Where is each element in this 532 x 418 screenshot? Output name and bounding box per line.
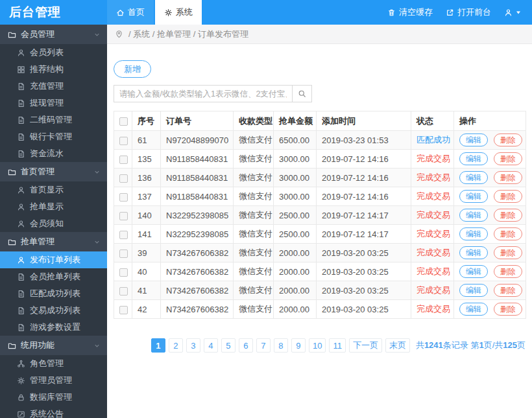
edit-button[interactable]: 编辑 <box>459 209 488 222</box>
delete-button[interactable]: 删除 <box>494 303 522 316</box>
status-badge: 完成交易 <box>417 191 450 201</box>
row-checkbox[interactable] <box>119 287 128 296</box>
sidebar-item[interactable]: 系统公告 <box>0 406 107 418</box>
cell-pay-type: 微信支付 <box>234 206 274 225</box>
page-button-9[interactable]: 9 <box>291 338 306 353</box>
lock-icon <box>17 393 25 402</box>
sidebar-item-label: 系统公告 <box>30 408 64 418</box>
page-button-1[interactable]: 1 <box>151 338 165 353</box>
row-checkbox[interactable] <box>119 250 128 258</box>
page-button-3[interactable]: 3 <box>186 338 200 353</box>
page-button-11[interactable]: 11 <box>329 338 346 353</box>
delete-button[interactable]: 删除 <box>494 209 522 222</box>
row-checkbox[interactable] <box>119 231 128 239</box>
sidebar-item[interactable]: 二维码管理 <box>0 111 107 128</box>
topbar-actions: 清空缓存 打开前台 <box>387 0 532 25</box>
row-checkbox[interactable] <box>119 174 128 183</box>
cell-seq: 136 <box>132 168 161 187</box>
edit-button[interactable]: 编辑 <box>459 152 488 165</box>
delete-button[interactable]: 删除 <box>494 171 522 184</box>
main-panel: / 系统 / 抢单管理 / 订单发布管理 新增 <box>107 25 532 418</box>
row-checkbox[interactable] <box>119 306 128 314</box>
user-icon <box>17 203 25 211</box>
sidebar-item[interactable]: 游戏参数设置 <box>0 319 107 336</box>
clear-cache-button[interactable]: 清空缓存 <box>387 6 433 18</box>
sidebar-section-header[interactable]: 抢单管理 <box>0 232 107 251</box>
search-input[interactable] <box>114 86 292 102</box>
edit-button[interactable]: 编辑 <box>459 171 488 184</box>
table-row: 39 N734267606382 微信支付 2000.00 2019-03-20… <box>114 244 526 262</box>
next-page-button[interactable]: 下一页 <box>349 338 382 353</box>
sidebar-item[interactable]: 抢单显示 <box>0 198 107 215</box>
sidebar-item[interactable]: 角色管理 <box>0 355 107 372</box>
sidebar-item[interactable]: 银行卡管理 <box>0 128 107 145</box>
edit-button[interactable]: 编辑 <box>459 265 488 278</box>
sidebar-item[interactable]: 匹配成功列表 <box>0 285 107 302</box>
page-button-6[interactable]: 6 <box>239 338 253 353</box>
row-checkbox[interactable] <box>119 137 128 145</box>
sidebar-item-label: 提现管理 <box>30 97 64 109</box>
delete-button[interactable]: 删除 <box>494 190 522 203</box>
last-page-button[interactable]: 末页 <box>385 338 410 353</box>
pagination-summary: 共1241条记录 第1页/共125页 <box>416 340 526 351</box>
page-button-2[interactable]: 2 <box>169 338 183 353</box>
edit-button[interactable]: 编辑 <box>459 134 488 146</box>
status-badge: 匹配成功 <box>417 135 450 145</box>
pin-icon <box>115 30 123 38</box>
sidebar-item[interactable]: 提现管理 <box>0 95 107 111</box>
page-button-10[interactable]: 10 <box>309 338 326 353</box>
cell-pay-type: 微信支付 <box>234 187 274 206</box>
page-button-4[interactable]: 4 <box>204 338 218 353</box>
sidebar-item-label: 管理员管理 <box>30 375 72 386</box>
row-checkbox[interactable] <box>119 156 128 164</box>
edit-button[interactable]: 编辑 <box>459 284 488 297</box>
sidebar-section-header[interactable]: 会员管理 <box>0 25 107 44</box>
sidebar-item[interactable]: 会员抢单列表 <box>0 268 107 285</box>
delete-button[interactable]: 删除 <box>494 246 522 259</box>
sidebar-item[interactable]: 发布订单列表 <box>0 251 107 268</box>
sidebar-item[interactable]: 首页显示 <box>0 181 107 198</box>
sidebar-item[interactable]: 会员列表 <box>0 44 107 61</box>
col-pay-type: 收款类型 <box>234 111 274 131</box>
page-button-8[interactable]: 8 <box>274 338 288 353</box>
table-row: 40 N734267606382 微信支付 2000.00 2019-03-20… <box>114 262 526 281</box>
page-button-7[interactable]: 7 <box>256 338 271 353</box>
tab-home[interactable]: 首页 <box>107 0 154 25</box>
sidebar-item[interactable]: 交易成功列表 <box>0 302 107 319</box>
edit-button[interactable]: 编辑 <box>459 246 488 259</box>
delete-button[interactable]: 删除 <box>494 227 522 240</box>
delete-button[interactable]: 删除 <box>494 284 522 297</box>
row-checkbox[interactable] <box>119 193 128 202</box>
delete-button[interactable]: 删除 <box>494 134 522 146</box>
edit-button[interactable]: 编辑 <box>459 190 488 203</box>
sidebar-item[interactable]: 管理员管理 <box>0 372 107 389</box>
sidebar-item[interactable]: 资金流水 <box>0 145 107 162</box>
sidebar-item[interactable]: 会员须知 <box>0 215 107 232</box>
sidebar-item-label: 二维码管理 <box>30 114 72 126</box>
search-button[interactable] <box>292 86 311 102</box>
delete-button[interactable]: 删除 <box>494 152 522 165</box>
page-button-5[interactable]: 5 <box>221 338 236 353</box>
cell-amount: 3000.00 <box>274 168 317 187</box>
sidebar-section-header[interactable]: 统用功能 <box>0 336 107 355</box>
row-checkbox[interactable] <box>119 268 128 277</box>
sidebar-item[interactable]: 充值管理 <box>0 78 107 95</box>
sidebar-section-header[interactable]: 首页管理 <box>0 162 107 181</box>
home-icon <box>116 8 125 17</box>
header-checkbox-cell <box>114 111 132 131</box>
edit-button[interactable]: 编辑 <box>459 227 488 240</box>
file-icon <box>17 116 25 124</box>
edit-button[interactable]: 编辑 <box>459 303 488 316</box>
row-checkbox[interactable] <box>119 212 128 220</box>
sidebar-item[interactable]: 数据库管理 <box>0 389 107 406</box>
status-badge: 完成交易 <box>417 172 450 182</box>
tab-system[interactable]: 系统 <box>155 0 202 25</box>
user-menu[interactable] <box>504 8 522 17</box>
open-frontend-button[interactable]: 打开前台 <box>446 6 491 18</box>
cell-amount: 2500.00 <box>274 225 317 244</box>
sidebar-item[interactable]: 推荐结构 <box>0 61 107 78</box>
select-all-checkbox[interactable] <box>119 117 128 126</box>
add-button[interactable]: 新增 <box>114 60 151 78</box>
table-row: 61 N972048899070 微信支付 6500.00 2019-03-23… <box>114 131 526 150</box>
delete-button[interactable]: 删除 <box>494 265 522 278</box>
